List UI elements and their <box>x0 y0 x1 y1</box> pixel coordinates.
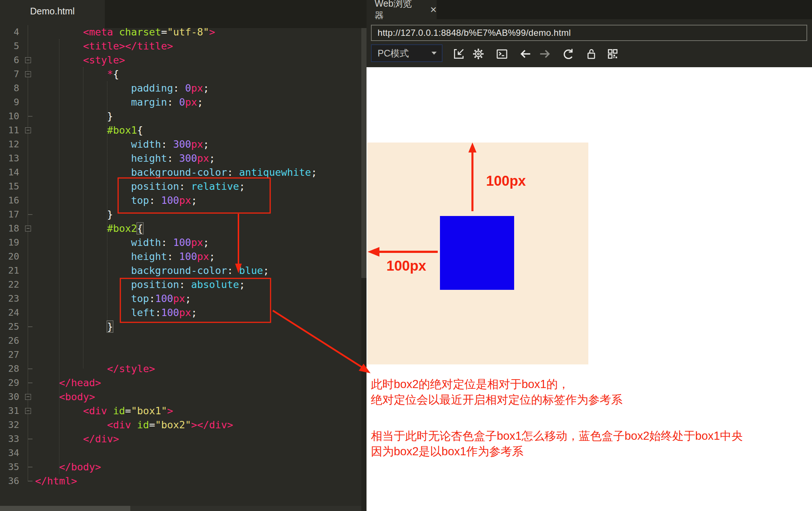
code-line-text[interactable]: } <box>35 320 113 334</box>
line-number: 4 <box>0 25 19 39</box>
fold-end-marker <box>28 383 32 383</box>
line-number: 8 <box>0 81 19 95</box>
code-line: 29 </head> <box>0 376 362 390</box>
open-in-browser-icon[interactable] <box>452 47 466 61</box>
line-number: 5 <box>0 39 19 53</box>
line-number: 16 <box>0 193 19 208</box>
code-line-text[interactable]: #box1{ <box>35 123 143 137</box>
code-line-text[interactable]: height: 300px; <box>35 151 215 165</box>
refresh-icon[interactable] <box>561 47 575 61</box>
code-line: 32 <div id="box2"></div> <box>0 418 362 432</box>
line-number: 34 <box>0 446 19 460</box>
browser-tab-bar: Web浏览器 × <box>367 0 812 19</box>
line-number: 36 <box>0 474 19 488</box>
code-line-text[interactable]: <style> <box>35 53 125 67</box>
code-line-text[interactable]: position: absolute; <box>35 278 245 292</box>
qr-code-icon[interactable] <box>606 47 620 61</box>
code-line: 6 <style> <box>0 53 362 67</box>
fold-end-marker <box>28 214 32 215</box>
code-line: 17 } <box>0 208 362 222</box>
code-line: 16 top: 100px; <box>0 193 362 208</box>
settings-gear-icon[interactable] <box>471 47 485 61</box>
code-line-text[interactable]: left:100px; <box>35 306 197 320</box>
terminal-icon[interactable] <box>495 47 509 61</box>
editor-vertical-scrollbar-thumb[interactable] <box>361 28 367 278</box>
line-number: 18 <box>0 222 19 236</box>
code-line: 5 <title></title> <box>0 39 362 53</box>
code-lines: 4 <meta charset="utf-8">5 <title></title… <box>0 0 362 511</box>
code-line-text[interactable]: background-color: blue; <box>35 264 269 278</box>
code-line: 8 padding: 0px; <box>0 81 362 95</box>
line-number: 9 <box>0 95 19 109</box>
box2-blue <box>440 216 514 290</box>
code-line: 12 width: 300px; <box>0 137 362 151</box>
code-line-text[interactable]: top: 100px; <box>35 193 197 208</box>
fold-end-marker <box>28 326 32 327</box>
lock-open-icon[interactable] <box>584 47 598 61</box>
code-line: 13 height: 300px; <box>0 151 362 165</box>
fold-toggle-icon[interactable] <box>25 57 31 63</box>
annotation-note-1: 此时box2的绝对定位是相对于box1的， 绝对定位会以最近开启相对定位的标签作… <box>371 377 623 408</box>
code-line: 20 height: 100px; <box>0 250 362 264</box>
forward-arrow-icon[interactable] <box>538 47 552 61</box>
app-window: 4 <meta charset="utf-8">5 <title></title… <box>0 0 812 511</box>
code-line-text[interactable]: width: 300px; <box>35 137 209 151</box>
line-number: 19 <box>0 236 19 250</box>
line-number: 20 <box>0 250 19 264</box>
back-arrow-icon[interactable] <box>518 47 532 61</box>
fold-toggle-icon[interactable] <box>25 226 31 232</box>
line-number: 6 <box>0 53 19 67</box>
code-line-text[interactable]: <title></title> <box>35 39 173 53</box>
fold-toggle-icon[interactable] <box>25 394 31 400</box>
chevron-down-icon <box>431 52 437 55</box>
address-bar[interactable]: http://127.0.0.1:8848/b%E7%AB%99/demo.ht… <box>371 25 807 41</box>
code-line-text[interactable]: width: 100px; <box>35 236 209 250</box>
code-line-text[interactable]: margin: 0px; <box>35 95 203 109</box>
fold-end-marker <box>28 467 32 467</box>
fold-toggle-icon[interactable] <box>25 127 31 133</box>
editor-vertical-scrollbar[interactable] <box>361 28 367 511</box>
code-line-text[interactable]: </head> <box>35 376 101 390</box>
fold-end-marker <box>28 116 32 117</box>
line-number: 10 <box>0 109 19 123</box>
line-number: 30 <box>0 390 19 404</box>
code-line-text[interactable]: top:100px; <box>35 292 191 306</box>
code-line-text[interactable]: <div id="box1"> <box>35 404 173 418</box>
code-line-text[interactable]: *{ <box>35 67 119 81</box>
code-line: 9 margin: 0px; <box>0 95 362 109</box>
code-line-text[interactable]: </body> <box>35 460 101 474</box>
line-number: 17 <box>0 208 19 222</box>
code-line-text[interactable]: </div> <box>35 432 119 446</box>
code-line: 18 #box2{ <box>0 222 362 236</box>
code-line-text[interactable]: </html> <box>35 474 77 488</box>
code-line: 36</html> <box>0 474 362 488</box>
line-number: 28 <box>0 362 19 376</box>
close-icon[interactable]: × <box>430 4 437 15</box>
device-mode-dropdown[interactable]: PC模式 <box>371 44 443 62</box>
line-number: 24 <box>0 306 19 320</box>
code-line-text[interactable]: <body> <box>35 390 95 404</box>
code-line: 14 background-color: antiquewhite; <box>0 165 362 179</box>
code-line-text[interactable]: <div id="box2"></div> <box>35 418 233 432</box>
code-line-text[interactable]: position: relative; <box>35 179 245 193</box>
code-line-text[interactable]: } <box>35 109 113 123</box>
code-line-text[interactable]: padding: 0px; <box>35 81 209 95</box>
address-bar-url: http://127.0.0.1:8848/b%E7%AB%99/demo.ht… <box>378 28 571 38</box>
code-line-text[interactable]: height: 100px; <box>35 250 215 264</box>
code-line: 4 <meta charset="utf-8"> <box>0 25 362 39</box>
code-line-text[interactable]: } <box>35 208 113 222</box>
code-line: 30 <body> <box>0 390 362 404</box>
fold-toggle-icon[interactable] <box>25 71 31 77</box>
code-line-text[interactable]: </style> <box>35 362 155 376</box>
code-line-text[interactable]: background-color: antiquewhite; <box>35 165 317 179</box>
fold-toggle-icon[interactable] <box>25 408 31 414</box>
editor-pane: 4 <meta charset="utf-8">5 <title></title… <box>0 0 367 511</box>
code-line: 15 position: relative; <box>0 179 362 193</box>
code-line-text[interactable]: #box2{ <box>35 222 143 236</box>
top-offset-label: 100px <box>486 173 526 189</box>
line-number: 32 <box>0 418 19 432</box>
code-line: 23 top:100px; <box>0 292 362 306</box>
code-line-text[interactable]: <meta charset="utf-8"> <box>35 25 215 39</box>
annotation-note-2-line-2: 因为box2是以box1作为参考系 <box>371 444 743 459</box>
browser-tab-web[interactable]: Web浏览器 × <box>367 0 437 19</box>
